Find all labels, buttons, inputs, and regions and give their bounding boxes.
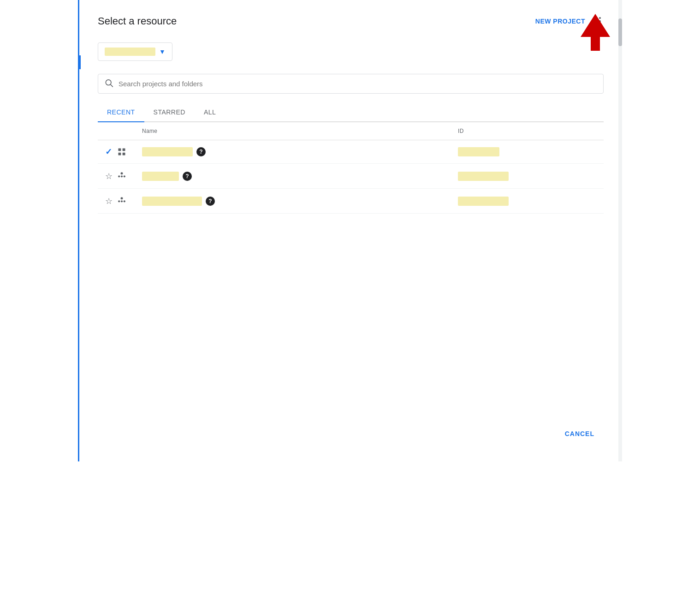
svg-point-8 [118,175,120,177]
org-dropdown[interactable]: ▼ [98,42,172,61]
row-3-name-cell: ? [142,197,458,206]
table-row[interactable]: ☆ ? [98,189,604,214]
svg-point-12 [118,200,120,202]
col-header-name: Name [142,128,458,134]
row-1-id-placeholder [458,147,499,156]
star-icon-row2[interactable]: ☆ [105,171,113,181]
svg-rect-6 [123,153,125,155]
cancel-button[interactable]: CANCEL [556,425,604,443]
svg-line-2 [111,84,113,87]
search-icon [104,78,113,90]
table-row[interactable]: ✓ ? [98,140,604,164]
row-1-actions: ✓ [105,147,142,157]
org-icon-row3 [117,195,126,207]
col-header-actions [105,128,142,134]
svg-rect-3 [119,149,121,151]
col-header-id: ID [458,128,596,134]
svg-marker-0 [581,14,610,51]
row-3-actions: ☆ [105,195,142,207]
org-svg-3 [117,195,126,204]
svg-point-7 [121,172,123,174]
row-2-id-cell [458,172,596,181]
svg-rect-5 [119,153,121,155]
search-input[interactable] [98,74,604,94]
svg-rect-4 [123,149,125,151]
star-icon-row3[interactable]: ☆ [105,196,113,206]
row-2-name-cell: ? [142,172,458,181]
svg-point-13 [124,200,125,202]
org-label [105,48,155,56]
search-svg [104,78,113,87]
selected-check-icon: ✓ [105,147,112,157]
tab-recent[interactable]: RECENT [98,103,144,121]
help-icon-row1[interactable]: ? [196,147,206,156]
scrollbar-thumb[interactable] [618,18,622,46]
row-1-name-cell: ? [142,147,458,156]
svg-point-14 [121,200,123,202]
svg-point-11 [121,197,123,199]
row-1-id-cell [458,147,596,156]
left-border-indicator [79,55,81,69]
tabs-row: RECENT STARRED ALL [98,103,604,122]
dialog-title: Select a resource [98,15,177,27]
row-1-name-placeholder [142,147,193,156]
row-3-id-cell [458,197,596,206]
org-svg-2 [117,170,126,179]
row-2-actions: ☆ [105,170,142,182]
help-icon-row3[interactable]: ? [206,197,215,206]
row-2-name-placeholder [142,172,179,181]
tab-starred[interactable]: STARRED [144,103,195,121]
table-header: Name ID [98,122,604,140]
row-2-id-placeholder [458,172,509,181]
search-container [98,74,604,94]
svg-point-10 [121,175,123,177]
red-arrow-svg [581,14,610,51]
select-resource-dialog: Select a resource NEW PROJECT ▼ [78,0,622,461]
project-grid-icon [117,147,127,157]
scrollbar-track[interactable] [618,0,622,461]
row-3-id-placeholder [458,197,509,206]
dialog-footer: CANCEL [556,425,604,443]
dialog-header: Select a resource NEW PROJECT [98,15,604,28]
grid-svg [117,147,126,156]
dropdown-arrow-icon: ▼ [159,48,166,55]
svg-point-9 [124,175,125,177]
row-3-name-placeholder [142,197,202,206]
tab-all[interactable]: ALL [195,103,225,121]
table-row[interactable]: ☆ ? [98,164,604,189]
help-icon-row2[interactable]: ? [183,172,192,181]
org-icon-row2 [117,170,126,182]
